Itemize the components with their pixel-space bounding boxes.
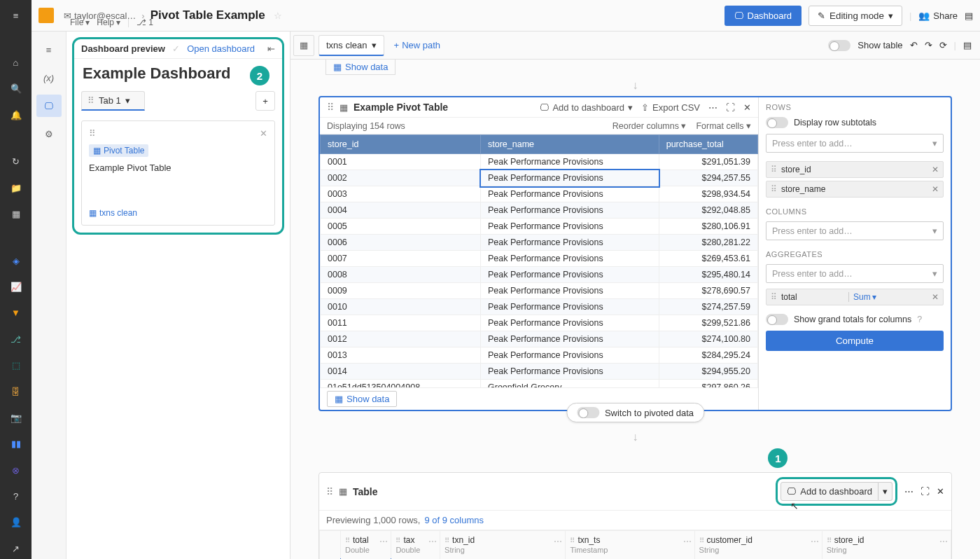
aggregate-function-select[interactable]: Sum ▾ xyxy=(848,292,881,302)
open-dashboard-link[interactable]: Open dashboard xyxy=(187,43,255,54)
help-icon[interactable]: ? xyxy=(4,486,29,506)
undo-icon[interactable]: ↶ xyxy=(910,40,918,50)
table-row[interactable]: 0005Peak Performance Provisions$280,106.… xyxy=(321,219,758,235)
add-to-dashboard-link[interactable]: 🖵Add to dashboard ▾ xyxy=(540,102,633,113)
home-icon[interactable]: ⌂ xyxy=(4,53,29,73)
help-icon[interactable]: ? xyxy=(917,315,922,324)
help-menu[interactable]: Help ▾ xyxy=(97,18,120,27)
avatar[interactable]: 👤 xyxy=(4,512,29,532)
variable-icon[interactable]: (x) xyxy=(36,67,62,89)
switch-pivoted-toggle[interactable]: Switch to pivoted data xyxy=(566,403,704,422)
cube-icon[interactable]: ◈ xyxy=(4,250,29,270)
file-menu[interactable]: File ▾ xyxy=(70,18,90,27)
table-row[interactable]: 01e51dd513504004908…Greenfield Grocery$2… xyxy=(321,380,758,388)
refresh-icon[interactable]: ⟳ xyxy=(939,40,947,50)
column-header[interactable]: ⠿taxDouble⋯ xyxy=(391,531,440,560)
branch-indicator[interactable]: ⎇1 xyxy=(136,18,153,27)
flow-icon[interactable]: ⬚ xyxy=(4,355,29,375)
add-tab-button[interactable]: + xyxy=(255,91,275,111)
add-to-dashboard-button[interactable]: 🖵Add to dashboard xyxy=(780,482,878,501)
column-header[interactable]: ⠿totalDouble⋯ xyxy=(341,531,391,560)
layout-icon[interactable]: ▦ xyxy=(4,204,29,224)
rows-add-input[interactable]: Press enter to add…▾ xyxy=(766,134,944,153)
table-row[interactable]: 0013Peak Performance Provisions$284,295.… xyxy=(321,347,758,364)
row-field-chip[interactable]: ⠿store_id✕ xyxy=(766,161,944,178)
column-header[interactable]: store_name xyxy=(481,135,659,154)
bell-icon[interactable]: 🔔 xyxy=(4,104,29,125)
expand-icon[interactable]: ⛶ xyxy=(920,486,930,497)
reorder-columns-link[interactable]: Reorder columns ▾ xyxy=(612,120,687,131)
menu-icon[interactable]: ≡ xyxy=(4,6,29,26)
table-row[interactable]: 0010Peak Performance Provisions$274,257.… xyxy=(321,299,758,315)
code-icon[interactable]: ⊗ xyxy=(4,460,29,481)
show-data-button[interactable]: ▦Show data xyxy=(327,391,397,407)
folder-icon[interactable]: 📁 xyxy=(4,177,29,198)
preview-data-table[interactable]: ⠿totalDouble⋯⠿taxDouble⋯⠿txn_idString⋯⠿t… xyxy=(319,530,951,559)
show-table-toggle[interactable] xyxy=(828,40,850,51)
drag-handle-icon[interactable]: ⠿ xyxy=(327,102,334,113)
column-header[interactable]: ⠿txn_tsTimestamp⋯ xyxy=(566,531,694,560)
editing-mode-button[interactable]: ✎Editing mode▾ xyxy=(808,6,902,26)
drag-handle-icon[interactable]: ⠿ xyxy=(326,486,333,497)
app-logo[interactable] xyxy=(38,8,54,23)
format-cells-link[interactable]: Format cells ▾ xyxy=(696,120,751,131)
show-data-button[interactable]: ▦Show data xyxy=(326,60,396,75)
settings-icon[interactable]: ⚙ xyxy=(36,123,62,145)
flow-tab-txns[interactable]: txns clean▾ xyxy=(318,35,384,56)
table-row[interactable]: 0009Peak Performance Provisions$278,690.… xyxy=(321,283,758,299)
aggregates-add-input[interactable]: Press enter to add…▾ xyxy=(766,264,944,283)
add-to-dashboard-dropdown[interactable]: ▾ xyxy=(878,482,892,501)
branch-icon[interactable]: ⎇ xyxy=(4,329,29,350)
remove-chip-icon[interactable]: ✕ xyxy=(932,184,939,194)
table-icon-button[interactable]: ▦ xyxy=(293,35,314,56)
row-subtotals-toggle[interactable] xyxy=(766,117,788,128)
funnel-icon[interactable]: ▼ xyxy=(4,303,29,323)
table-row[interactable]: 0002Peak Performance Provisions$294,257.… xyxy=(321,170,758,186)
expand-icon[interactable]: ⛶ xyxy=(726,102,735,113)
share-button[interactable]: 👥Share xyxy=(918,11,958,21)
column-header[interactable]: ⠿txn_idString⋯ xyxy=(440,531,566,560)
table-row[interactable]: 0007Peak Performance Provisions$269,453.… xyxy=(321,251,758,267)
compute-button[interactable]: Compute xyxy=(766,331,944,351)
camera-icon[interactable]: 📷 xyxy=(4,408,29,428)
columns-add-input[interactable]: Press enter to add…▾ xyxy=(766,221,944,240)
share-arrow-icon[interactable]: ↗ xyxy=(4,539,29,559)
column-header[interactable]: ⠿store_idString⋯ xyxy=(822,531,951,560)
list-icon[interactable]: ≡ xyxy=(36,39,62,61)
switch-pivoted-toggle-switch[interactable] xyxy=(577,407,599,418)
table-row[interactable]: 0012Peak Performance Provisions$274,100.… xyxy=(321,331,758,347)
table-row[interactable]: 0003Peak Performance Provisions$298,934.… xyxy=(321,186,758,202)
tab-1[interactable]: ⠿ Tab 1 ▾ xyxy=(81,91,145,111)
more-icon[interactable]: ⋯ xyxy=(708,102,718,113)
column-header[interactable]: ⠿customer_idString⋯ xyxy=(694,531,822,560)
table-row[interactable]: 0006Peak Performance Provisions$280,281.… xyxy=(321,235,758,251)
table-row[interactable]: 0008Peak Performance Provisions$295,480.… xyxy=(321,267,758,283)
more-icon[interactable]: ⋯ xyxy=(904,486,913,497)
dashboard-view-icon[interactable]: 🖵 xyxy=(36,95,62,117)
panel-toggle-icon[interactable]: ▤ xyxy=(963,40,972,50)
aggregate-chip[interactable]: ⠿ total Sum ▾ ✕ xyxy=(766,289,944,305)
export-csv-link[interactable]: ⇧Export CSV xyxy=(641,102,700,113)
chart-icon[interactable]: 📈 xyxy=(4,277,29,297)
grand-totals-toggle[interactable] xyxy=(766,314,788,325)
remove-chip-icon[interactable]: ✕ xyxy=(932,165,939,174)
column-header[interactable]: purchase_total xyxy=(659,135,757,154)
pivot-data-table[interactable]: store_idstore_namepurchase_total 0001Pea… xyxy=(320,134,758,387)
widget-source[interactable]: ▦txns clean xyxy=(89,208,267,218)
table-row[interactable]: 0001Peak Performance Provisions$291,051.… xyxy=(321,154,758,170)
row-field-chip[interactable]: ⠿store_name✕ xyxy=(766,181,944,198)
close-icon[interactable]: ✕ xyxy=(260,128,267,139)
table-row[interactable]: 0004Peak Performance Provisions$292,048.… xyxy=(321,202,758,219)
table-row[interactable]: 0011Peak Performance Provisions$299,521.… xyxy=(321,315,758,331)
panel-icon[interactable]: ▤ xyxy=(965,11,973,21)
columns-count-link[interactable]: 9 of 9 columns xyxy=(424,515,484,525)
search-icon[interactable]: 🔍 xyxy=(4,78,29,99)
new-path-button[interactable]: +New path xyxy=(388,37,447,53)
bars-icon[interactable]: ▮▮ xyxy=(4,434,29,454)
database-icon[interactable]: 🗄 xyxy=(4,381,29,401)
redo-icon[interactable]: ↷ xyxy=(925,40,932,50)
widget-card[interactable]: ⠿ ✕ ▦Pivot Table Example Pivot Table ▦tx… xyxy=(81,120,275,226)
history-icon[interactable]: ↻ xyxy=(4,151,29,172)
dashboard-button[interactable]: 🖵Dashboard xyxy=(724,6,802,26)
close-icon[interactable]: ✕ xyxy=(937,486,944,497)
